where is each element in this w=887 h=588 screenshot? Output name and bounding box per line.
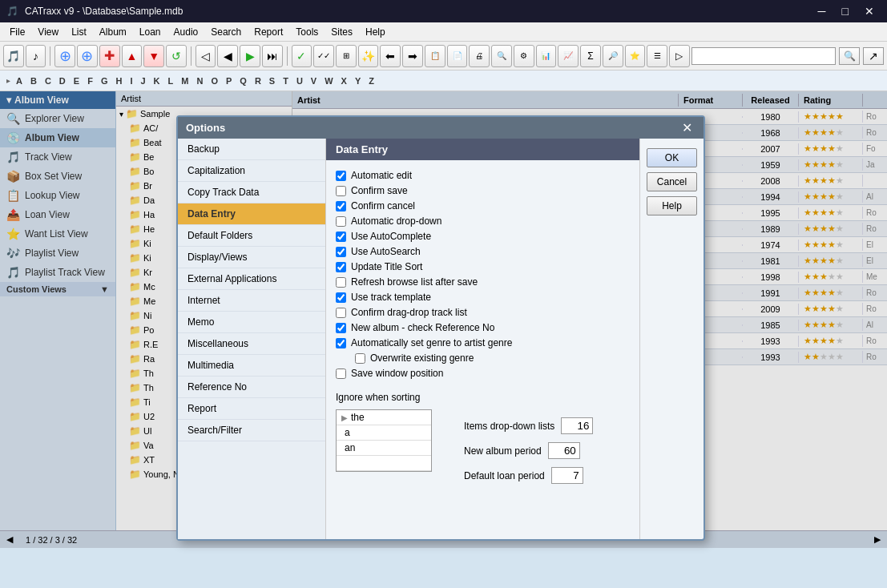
sort-row-new[interactable] bbox=[337, 456, 431, 471]
options-item-internet[interactable]: Internet bbox=[178, 290, 325, 312]
alpha-p[interactable]: P bbox=[224, 75, 234, 87]
toolbar-chart-button[interactable]: 📊 bbox=[536, 45, 557, 67]
toolbar-star-button[interactable]: ⭐ bbox=[625, 45, 646, 67]
checkbox-overwrite-genre[interactable]: Overwrite existing genre bbox=[355, 352, 630, 364]
alpha-y[interactable]: Y bbox=[353, 75, 363, 87]
alpha-d[interactable]: D bbox=[57, 75, 68, 87]
toolbar-skip-button[interactable]: ⏭ bbox=[262, 45, 283, 67]
refresh-browse-checkbox[interactable] bbox=[336, 277, 346, 288]
checkbox-update-title-sort[interactable]: Update Title Sort bbox=[336, 261, 630, 272]
toolbar-paste-button[interactable]: 📄 bbox=[447, 45, 468, 67]
alpha-s[interactable]: S bbox=[267, 75, 277, 87]
options-item-default-folders[interactable]: Default Folders bbox=[178, 225, 325, 247]
menu-loan[interactable]: Loan bbox=[133, 25, 167, 39]
auto-genre-checkbox[interactable] bbox=[336, 338, 346, 348]
cancel-button[interactable]: Cancel bbox=[647, 172, 697, 191]
alpha-u[interactable]: U bbox=[294, 75, 305, 87]
menu-album[interactable]: Album bbox=[93, 25, 133, 39]
alpha-k[interactable]: K bbox=[151, 75, 163, 87]
options-item-memo[interactable]: Memo bbox=[178, 312, 325, 333]
menu-help[interactable]: Help bbox=[359, 25, 392, 39]
window-close-button[interactable]: ✕ bbox=[858, 3, 881, 19]
toolbar-search2-button[interactable]: 🔍 bbox=[491, 45, 512, 67]
new-album-ref-checkbox[interactable] bbox=[336, 323, 346, 333]
options-item-external-apps[interactable]: External Applications bbox=[178, 268, 325, 290]
alpha-x[interactable]: X bbox=[339, 75, 349, 87]
toolbar-left-button[interactable]: ⬅ bbox=[380, 45, 401, 67]
confirm-save-checkbox[interactable] bbox=[336, 186, 346, 196]
use-autocomplete-checkbox[interactable] bbox=[336, 232, 346, 242]
checkbox-use-autosearch[interactable]: Use AutoSearch bbox=[336, 246, 630, 257]
menu-view[interactable]: View bbox=[31, 25, 65, 39]
options-item-report[interactable]: Report bbox=[178, 398, 325, 420]
menu-audio[interactable]: Audio bbox=[167, 25, 205, 39]
confirm-drag-drop-checkbox[interactable] bbox=[336, 308, 346, 318]
alpha-a[interactable]: A bbox=[14, 75, 25, 87]
use-track-template-checkbox[interactable] bbox=[336, 292, 346, 303]
toolbar-add-button[interactable]: ⊕ bbox=[54, 45, 75, 67]
toolbar-copy-button[interactable]: 📋 bbox=[425, 45, 446, 67]
checkbox-save-window-pos[interactable]: Save window position bbox=[336, 368, 630, 379]
search-go-button[interactable]: 🔍 bbox=[839, 47, 860, 65]
maximize-button[interactable]: □ bbox=[836, 3, 855, 19]
items-dropdown-input[interactable] bbox=[561, 417, 593, 434]
minimize-button[interactable]: ─ bbox=[812, 3, 833, 19]
checkbox-confirm-save[interactable]: Confirm save bbox=[336, 185, 630, 196]
checkbox-use-track-template[interactable]: Use track template bbox=[336, 292, 630, 303]
checkbox-confirm-drag-drop[interactable]: Confirm drag-drop track list bbox=[336, 307, 630, 318]
save-window-pos-checkbox[interactable] bbox=[336, 369, 346, 379]
alpha-m[interactable]: M bbox=[179, 75, 191, 87]
toolbar-config-button[interactable]: ⚙ bbox=[514, 45, 534, 67]
checkbox-new-album-ref[interactable]: New album - check Reference No bbox=[336, 322, 630, 333]
menu-list[interactable]: List bbox=[65, 25, 93, 39]
update-title-sort-checkbox[interactable] bbox=[336, 262, 346, 272]
options-item-reference-no[interactable]: Reference No bbox=[178, 377, 325, 398]
alpha-z[interactable]: Z bbox=[366, 75, 377, 87]
options-item-display-views[interactable]: Display/Views bbox=[178, 247, 325, 268]
help-button[interactable]: Help bbox=[647, 196, 697, 215]
alpha-v[interactable]: V bbox=[308, 75, 319, 87]
toolbar-check-button[interactable]: ✓ bbox=[292, 45, 312, 67]
menu-sites[interactable]: Sites bbox=[325, 25, 359, 39]
default-loan-period-input[interactable] bbox=[551, 467, 583, 484]
use-autosearch-checkbox[interactable] bbox=[336, 247, 346, 257]
alpha-e[interactable]: E bbox=[71, 75, 82, 87]
checkbox-auto-dropdown[interactable]: Automatic drop-down bbox=[336, 215, 630, 227]
checkbox-confirm-cancel[interactable]: Confirm cancel bbox=[336, 200, 630, 211]
toolbar-sigma-button[interactable]: Σ bbox=[580, 45, 601, 67]
toolbar-menu-button[interactable]: ☰ bbox=[647, 45, 667, 67]
toolbar-check2-button[interactable]: ✓✓ bbox=[313, 45, 334, 67]
toolbar-print-button[interactable]: 🖨 bbox=[469, 45, 490, 67]
toolbar-zoom-button[interactable]: 🔎 bbox=[603, 45, 623, 67]
options-item-multimedia[interactable]: Multimedia bbox=[178, 355, 325, 377]
auto-dropdown-checkbox[interactable] bbox=[336, 216, 346, 227]
search-cursor-button[interactable]: ↗ bbox=[863, 47, 884, 65]
alpha-t[interactable]: T bbox=[280, 75, 291, 87]
menu-search[interactable]: Search bbox=[204, 25, 248, 39]
checkbox-refresh-browse[interactable]: Refresh browse list after save bbox=[336, 276, 630, 288]
alpha-g[interactable]: G bbox=[99, 75, 111, 87]
alpha-r[interactable]: R bbox=[252, 75, 264, 87]
toolbar-icon-button[interactable]: 🎵 bbox=[3, 45, 24, 67]
alpha-l[interactable]: L bbox=[166, 75, 176, 87]
toolbar-add2-button[interactable]: ⊕ bbox=[77, 45, 98, 67]
alpha-i[interactable]: I bbox=[127, 75, 135, 87]
checkbox-auto-genre[interactable]: Automatically set genre to artist genre bbox=[336, 337, 630, 348]
alpha-f[interactable]: F bbox=[85, 75, 95, 87]
overwrite-genre-checkbox[interactable] bbox=[355, 353, 365, 364]
options-item-miscellaneous[interactable]: Miscellaneous bbox=[178, 333, 325, 355]
toolbar-arrow-button[interactable]: ▷ bbox=[669, 45, 690, 67]
toolbar-up-button[interactable]: ▲ bbox=[122, 45, 143, 67]
sort-row-a[interactable]: a bbox=[337, 425, 431, 441]
menu-report[interactable]: Report bbox=[248, 25, 289, 39]
checkbox-use-autocomplete[interactable]: Use AutoComplete bbox=[336, 231, 630, 242]
ok-button[interactable]: OK bbox=[647, 148, 697, 167]
alpha-h[interactable]: H bbox=[113, 75, 124, 87]
alpha-q[interactable]: Q bbox=[237, 75, 249, 87]
toolbar-back-button[interactable]: ◁ bbox=[196, 45, 216, 67]
toolbar-refresh-button[interactable]: ↺ bbox=[166, 45, 187, 67]
alpha-w[interactable]: W bbox=[322, 75, 335, 87]
sort-row-an[interactable]: an bbox=[337, 441, 431, 456]
menu-file[interactable]: File bbox=[3, 25, 31, 39]
toolbar-bar-chart-button[interactable]: 📈 bbox=[558, 45, 579, 67]
